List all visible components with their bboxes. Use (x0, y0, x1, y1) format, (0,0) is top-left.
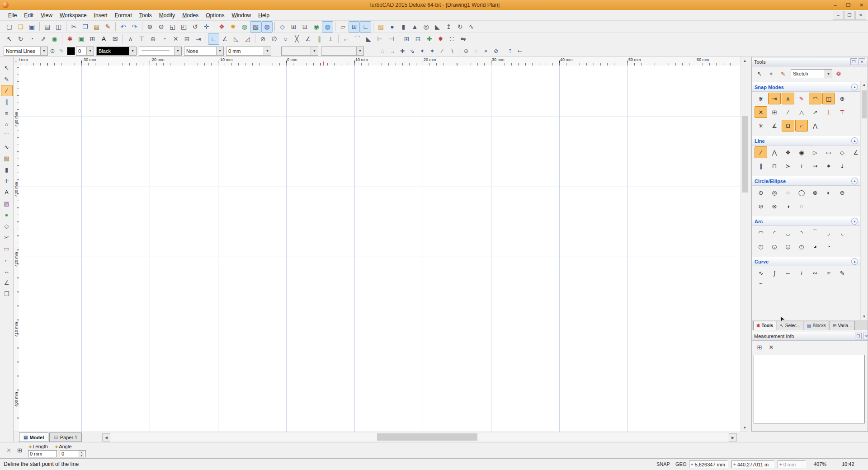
arc-tangent-icon[interactable]: ⌒ (809, 227, 821, 239)
tab-blocks[interactable]: ▤Blocks (804, 321, 829, 330)
scroll-right-icon[interactable]: ▶ (729, 433, 737, 442)
circle-tangent-line-icon[interactable]: ◐ (822, 187, 835, 198)
y-coordinate-field[interactable]: ⌖ 440,277011 m (731, 461, 774, 468)
scroll-left-icon[interactable]: ◀ (102, 433, 110, 442)
insert-symbol-icon[interactable]: ✱ (64, 33, 75, 45)
x-coordinate-field[interactable]: ⌖ 5,626347 mm (689, 461, 728, 468)
tool-category-select[interactable]: Sketch ▼ (791, 69, 832, 78)
geo-toggle[interactable]: GEO (675, 461, 686, 467)
snap-tangent-icon[interactable]: ↗ (809, 106, 821, 118)
line-style-select[interactable]: Normal Lines ▼ (4, 47, 48, 56)
menu-insert[interactable]: Insert (90, 11, 111, 20)
menu-file[interactable]: File (5, 11, 20, 20)
snap-vertex-bar-icon[interactable]: ∧ (125, 33, 136, 45)
snap-intersection-icon[interactable]: ✕ (755, 106, 767, 118)
workplane-3pt-icon[interactable]: ◺ (231, 33, 242, 45)
measurement-close-icon[interactable]: ✕ (766, 342, 777, 352)
extend-icon[interactable]: ⊢ (374, 33, 386, 45)
color-palette-icon[interactable]: ❖ (216, 21, 227, 33)
vertical-scroll-thumb[interactable] (742, 116, 748, 193)
curve-arc-blend-icon[interactable]: ⌒ (755, 281, 767, 292)
line-parallel-icon[interactable]: ∥ (755, 160, 767, 172)
panel-brush-icon[interactable]: ✎ (778, 68, 788, 79)
collapse-section-icon[interactable]: ▲ (851, 218, 858, 225)
line-star-icon[interactable]: ✶ (822, 160, 835, 172)
save-icon[interactable]: ▣ (26, 21, 38, 33)
line-angular-icon[interactable]: ∠ (849, 146, 861, 158)
line-tangent-two-arcs-icon[interactable]: ⇝ (809, 160, 821, 172)
zoom-previous-icon[interactable]: ↺ (189, 21, 201, 33)
menu-modify[interactable]: Modify (156, 11, 179, 20)
workplane-icon[interactable]: ▱ (337, 21, 349, 33)
style-target-icon[interactable]: ⌖ (481, 46, 491, 56)
arc-pie-icon[interactable]: ◕ (809, 240, 821, 252)
paper-tab[interactable]: ▤ Paper 1 (49, 432, 82, 442)
marker-plus-icon[interactable]: ✚ (397, 46, 407, 56)
pen-color-select[interactable]: Black ▼ (96, 47, 137, 56)
pen-edit-icon[interactable]: ✎ (57, 47, 66, 56)
menu-options[interactable]: Options (202, 11, 228, 20)
field-lock-icon[interactable]: ◈ (55, 445, 58, 449)
style-circle-b-icon[interactable]: ◌ (471, 46, 481, 56)
palette-close-icon[interactable]: ✕ (863, 333, 868, 339)
horizontal-ruler[interactable]: -40 mm-30 mm-20 mm-10 mm0 mm10 mm20 mm30… (19, 57, 741, 66)
snap-all-icon[interactable]: ✳ (755, 120, 767, 132)
snap-bearing-icon[interactable]: ∡ (768, 120, 781, 132)
curve-cloud-icon[interactable]: ∾ (809, 267, 821, 279)
inspector-table-icon[interactable]: ⊞ (17, 447, 22, 454)
pen-width-select[interactable]: 0 mm ▼ (226, 47, 271, 56)
snap-sketch-icon[interactable]: ✎ (795, 93, 808, 104)
length-input[interactable]: 0 mm (28, 450, 57, 457)
collapse-section-icon[interactable]: ▲ (851, 258, 858, 265)
fillet-icon[interactable]: ⌒ (352, 33, 363, 45)
arc-three-point-icon[interactable]: ◝ (795, 227, 808, 239)
arc-rotated-3-icon[interactable]: ◶ (782, 240, 794, 252)
ortho-mode-icon[interactable]: ∟ (208, 33, 219, 45)
orbit-view-icon[interactable]: ◔ (26, 33, 38, 45)
style-circle-a-icon[interactable]: ⊙ (461, 46, 471, 56)
ortho-toggle-icon[interactable]: ∟ (360, 21, 371, 33)
box-3d-icon[interactable]: ▧ (375, 21, 387, 33)
zoom-out-icon[interactable]: ⊖ (156, 21, 167, 33)
close-icon[interactable]: ✕ (855, 0, 868, 10)
inspector-close-icon[interactable]: ✕ (6, 447, 11, 454)
box-3d-tool-icon[interactable]: ▧ (1, 153, 13, 164)
angular-dimension-tool-icon[interactable]: ∠ (1, 277, 13, 288)
menu-workspace[interactable]: Workspace (56, 11, 90, 20)
pen-color-swatch[interactable] (67, 47, 75, 55)
line-tangent-from-arc-icon[interactable]: ≀ (795, 160, 808, 172)
grid-toggle-icon[interactable]: ⊞ (349, 21, 360, 33)
circle-tangent-arc-icon[interactable]: ⊚ (809, 187, 821, 198)
scroll-down-icon[interactable]: ▼ (861, 313, 868, 320)
measurement-table-icon[interactable]: ⊞ (754, 342, 765, 352)
workplane-entity-icon[interactable]: ◿ (242, 33, 253, 45)
corner-trim-icon[interactable]: ⌐ (340, 33, 352, 45)
model-tab[interactable]: ▤ Model (19, 432, 48, 442)
snap-grid-bar-icon[interactable]: ⊞ (181, 33, 193, 45)
pick-tool-icon[interactable]: ⌐ (1, 254, 13, 266)
view-top-icon[interactable]: ⊞ (288, 21, 299, 33)
palette-scrollbar[interactable]: ▲ ▼ (860, 81, 868, 320)
menu-edit[interactable]: Edit (20, 11, 37, 20)
line-offset-icon[interactable]: ⊓ (768, 160, 781, 172)
snap-quick-icon[interactable]: Ω (782, 120, 794, 132)
field-lock-icon[interactable]: ◈ (29, 445, 32, 449)
palette-pin-icon[interactable]: ❐ (855, 333, 862, 339)
dimension-tool-icon[interactable]: ↔ (1, 266, 13, 277)
arc-start-end-icon[interactable]: ◡ (782, 227, 794, 239)
line-pattern-select[interactable]: ▼ (139, 47, 182, 56)
hatch-dots-icon[interactable]: ∴ (377, 46, 387, 56)
snap-perpendicular-icon[interactable]: ⊥ (822, 106, 835, 118)
move-tool-icon[interactable]: ✛ (1, 175, 13, 187)
mdi-close-icon[interactable]: ✕ (855, 11, 866, 20)
angle-input[interactable]: 0 ▲ ▼ (60, 450, 86, 457)
mdi-minimize-icon[interactable]: – (833, 11, 844, 20)
copy-tool-icon[interactable]: ❐ (1, 288, 13, 300)
palette-close-icon[interactable]: ✕ (859, 58, 865, 65)
ellipse-icon[interactable]: ⊖ (836, 187, 849, 198)
world-plan-view-icon[interactable]: ◍ (322, 21, 333, 33)
menu-help[interactable]: Help (255, 11, 273, 20)
select-icon[interactable]: ↖ (4, 33, 15, 45)
snap-angle-icon[interactable]: ∕ (782, 106, 794, 118)
view-front-icon[interactable]: ⊟ (299, 21, 311, 33)
